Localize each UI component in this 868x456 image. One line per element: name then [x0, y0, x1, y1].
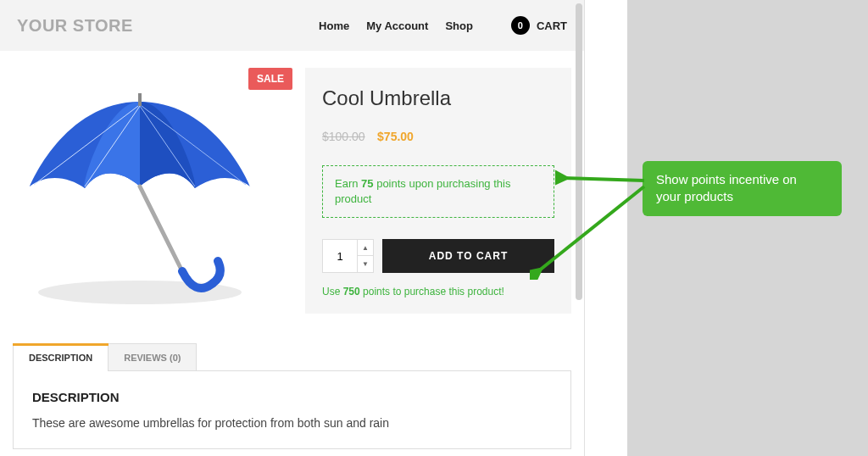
store-logo: YOUR STORE: [17, 16, 133, 36]
annotation-sidebar: [627, 0, 868, 456]
price-old: $100.00: [322, 130, 365, 143]
annotation-callout: Show points incentive on your products: [643, 161, 842, 216]
tabs-nav: DESCRIPTION REVIEWS (0): [13, 343, 571, 371]
qty-decrement[interactable]: ▼: [358, 256, 373, 272]
use-prefix: Use: [322, 286, 343, 298]
store-viewport: YOUR STORE Home My Account Shop 0 CART S…: [0, 0, 585, 456]
use-suffix: points to purchase this product!: [360, 286, 504, 298]
description-body: These are awesome umbrellas for protecti…: [32, 416, 552, 430]
tab-description[interactable]: DESCRIPTION: [13, 343, 108, 371]
main-nav: Home My Account Shop 0 CART: [319, 16, 567, 35]
product-area: SALE Cool Umbrella: [0, 51, 584, 314]
product-tabs: DESCRIPTION REVIEWS (0) DESCRIPTION Thes…: [13, 343, 571, 449]
price-current: $75.00: [377, 130, 414, 143]
nav-shop[interactable]: Shop: [445, 19, 473, 32]
cart-link[interactable]: 0 CART: [511, 16, 567, 35]
product-image-column: SALE: [13, 68, 292, 314]
nav-my-account[interactable]: My Account: [366, 19, 428, 32]
sale-badge: SALE: [248, 68, 292, 90]
callout-line-2: your products: [656, 188, 828, 205]
cart-label: CART: [537, 19, 567, 32]
tab-content-description: DESCRIPTION These are awesome umbrellas …: [13, 370, 571, 449]
product-image[interactable]: [13, 76, 267, 314]
use-points-value: 750: [343, 286, 360, 298]
description-heading: DESCRIPTION: [32, 390, 552, 404]
callout-line-1: Show points incentive on: [656, 171, 828, 188]
earn-points-notice: Earn 75 points upon purchasing this prod…: [322, 165, 554, 218]
add-to-cart-button[interactable]: ADD TO CART: [382, 239, 554, 273]
cart-count-badge: 0: [511, 16, 530, 35]
quantity-stepper[interactable]: ▲ ▼: [322, 239, 374, 273]
product-summary: Cool Umbrella $100.00 $75.00 Earn 75 poi…: [305, 68, 571, 314]
tab-reviews[interactable]: REVIEWS (0): [108, 343, 197, 371]
scrollbar[interactable]: [576, 3, 582, 300]
price-row: $100.00 $75.00: [322, 129, 554, 144]
use-points-notice: Use 750 points to purchase this product!: [322, 286, 554, 298]
qty-increment[interactable]: ▲: [358, 240, 373, 256]
add-to-cart-row: ▲ ▼ ADD TO CART: [322, 239, 554, 273]
header: YOUR STORE Home My Account Shop 0 CART: [0, 0, 584, 51]
earn-prefix: Earn: [335, 177, 361, 190]
quantity-input[interactable]: [323, 240, 357, 272]
earn-points-value: 75: [361, 177, 373, 190]
nav-home[interactable]: Home: [319, 19, 349, 32]
umbrella-icon: [13, 76, 267, 314]
product-title: Cool Umbrella: [322, 86, 554, 110]
